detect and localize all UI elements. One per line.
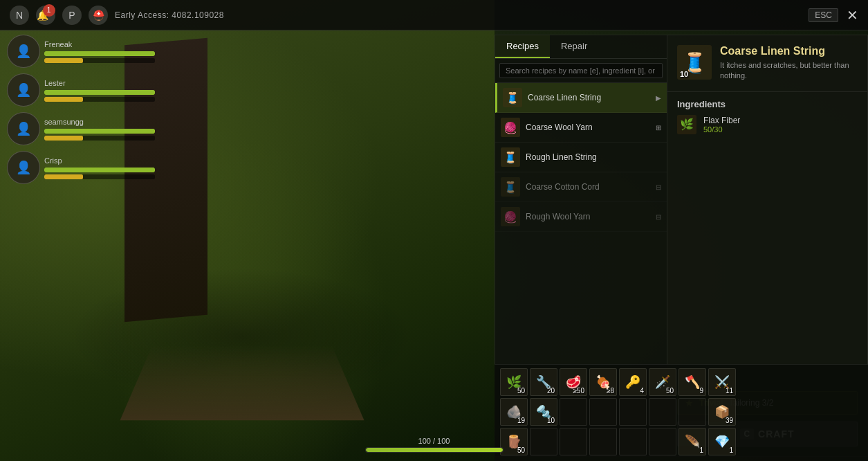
notification-icon[interactable]: 🔔 1 (36, 6, 55, 25)
inv-slot-2-1[interactable] (530, 428, 557, 455)
inv-slot-1-7[interactable]: 📦39 (708, 398, 736, 426)
inv-slot-2-2[interactable] (560, 428, 587, 455)
inv-slot-2-0[interactable]: 🪵50 (500, 428, 528, 455)
bottom-stamina-bar-container: 100 / 100 (365, 437, 504, 453)
inv-count-2-6: 1 (699, 446, 703, 454)
recipe-item-rough-wool-yarn[interactable]: 🧶 Rough Wool Yarn ⊟ (495, 202, 667, 232)
inv-slot-1-2[interactable] (560, 398, 587, 426)
inv-count-2-7: 1 (729, 446, 733, 454)
inv-slot-1-6[interactable] (678, 398, 706, 426)
recipe-badge-4: ⊟ (656, 213, 661, 221)
esc-button[interactable]: ESC (809, 8, 838, 22)
stamina-fill (366, 448, 503, 452)
stamina-bar-freneak (44, 58, 155, 63)
player-avatar-crisp: 👤 (7, 151, 40, 184)
recipe-item-coarse-cotton-cord[interactable]: 🧵 Coarse Cotton Cord ⊟ (495, 172, 667, 202)
inv-count-0-6: 9 (699, 387, 703, 395)
ingredient-icon-0: 🌿 (677, 115, 696, 134)
recipe-icon-3: 🧵 (501, 177, 520, 197)
inv-slot-2-5[interactable] (649, 428, 676, 455)
recipe-item-coarse-linen-string[interactable]: 🧵 Coarse Linen String ▶ (495, 83, 667, 113)
inv-slot-1-3[interactable] (589, 398, 617, 426)
recipe-badge-0: ▶ (656, 94, 661, 102)
inv-slot-1-4[interactable] (619, 398, 647, 426)
inv-slot-0-4[interactable]: 🔑4 (619, 368, 647, 396)
inv-count-0-4: 4 (640, 387, 644, 395)
player-entry-crisp: 👤 Crisp (7, 151, 155, 184)
inv-slot-2-4[interactable] (619, 428, 647, 455)
tab-repair[interactable]: Repair (550, 35, 598, 58)
stamina-fill-lester (44, 97, 83, 102)
inv-count-1-7: 39 (726, 417, 733, 424)
inv-slot-2-6[interactable]: 🪶1 (678, 428, 706, 455)
detail-item-desc: It itches and scratches, but better than… (720, 60, 858, 82)
detail-item-icon: 🧵 10 (677, 45, 712, 80)
detail-item-title: Coarse Linen String (720, 45, 858, 57)
ingredients-label: Ingredients (677, 99, 858, 109)
inventory-row-0: 🌿50 🔧20 🥩≥50 🍖≥8 🔑4 🗡️50 🪓9 ⚔️11 (500, 368, 862, 396)
recipe-tabs: Recipes Repair (495, 35, 667, 59)
recipe-name-1: Coarse Wool Yarn (526, 123, 650, 132)
inv-slot-0-0[interactable]: 🌿50 (500, 368, 528, 396)
recipe-search-container (495, 59, 667, 83)
inv-slot-2-3[interactable] (589, 428, 617, 455)
inv-count-0-0: 50 (517, 387, 525, 395)
ingredients-section: Ingredients 🌿 Flax Fiber 50/30 (667, 92, 867, 391)
inv-count-2-0: 50 (517, 446, 525, 454)
helm-icon: ⛑️ (89, 6, 108, 25)
inv-slot-0-2[interactable]: 🥩≥50 (560, 368, 587, 396)
health-bar-lester (44, 90, 155, 95)
stamina-bar (365, 447, 504, 453)
close-button[interactable]: ✕ (847, 8, 858, 22)
player-bars-crisp: Crisp (44, 156, 155, 179)
inv-slot-0-3[interactable]: 🍖≥8 (589, 368, 617, 396)
notification-badge: 1 (43, 4, 55, 17)
inv-slot-0-6[interactable]: 🪓9 (678, 368, 706, 396)
ingredient-count-0: 50/30 (703, 125, 858, 134)
health-bar-seamsungg (44, 129, 155, 134)
stamina-bar-seamsungg (44, 136, 155, 141)
stamina-fill-freneak (44, 58, 83, 63)
player-avatar-freneak: 👤 (7, 35, 40, 68)
inv-slot-0-7[interactable]: ⚔️11 (708, 368, 736, 396)
health-fill-lester (44, 90, 155, 95)
inv-slot-1-1[interactable]: 🔩10 (530, 398, 557, 426)
inv-count-1-0: 19 (517, 417, 525, 424)
top-bar-right: ESC ✕ (809, 8, 858, 22)
detail-item-count: 10 (680, 70, 688, 78)
recipe-item-rough-linen-string[interactable]: 🧵 Rough Linen String (495, 143, 667, 172)
inv-slot-1-5[interactable] (649, 398, 676, 426)
player-entry-lester: 👤 Lester (7, 73, 155, 107)
player-name-crisp: Crisp (44, 156, 155, 165)
inv-slot-0-1[interactable]: 🔧20 (530, 368, 557, 396)
recipe-badge-3: ⊟ (656, 183, 661, 191)
top-bar-left: N 🔔 1 P ⛑️ Early Access: 4082.109028 (10, 6, 224, 25)
inv-slot-2-7[interactable]: 💎1 (708, 428, 736, 455)
player-entry-freneak: 👤 Freneak (7, 35, 155, 68)
recipe-badges-1: ⊞ (656, 124, 661, 132)
recipe-icon-4: 🧶 (501, 207, 520, 226)
inventory-row-2: 🪵50 🪶1 💎1 (500, 428, 862, 455)
recipe-name-2: Rough Linen String (526, 152, 656, 162)
recipe-item-coarse-wool-yarn[interactable]: 🧶 Coarse Wool Yarn ⊞ (495, 113, 667, 143)
tab-recipes[interactable]: Recipes (495, 35, 550, 58)
inv-count-0-1: 20 (547, 387, 555, 395)
stamina-text: 100 / 100 (365, 437, 504, 445)
inventory-row-1: 🪨19 🔩10 📦39 (500, 398, 862, 426)
stamina-bar-crisp (44, 174, 155, 179)
recipe-search-input[interactable] (499, 63, 663, 78)
path-element (120, 347, 364, 420)
detail-item-info: Coarse Linen String It itches and scratc… (720, 45, 858, 82)
player-name-seamsungg: seamsungg (44, 118, 155, 126)
detail-header: 🧵 10 Coarse Linen String It itches and s… (667, 35, 867, 92)
inv-slot-0-5[interactable]: 🗡️50 (649, 368, 676, 396)
health-bar-freneak (44, 51, 155, 56)
ingredient-info-0: Flax Fiber 50/30 (703, 116, 858, 134)
inv-count-0-3: ≥8 (607, 387, 614, 395)
health-fill-freneak (44, 51, 155, 56)
inv-slot-1-0[interactable]: 🪨19 (500, 398, 528, 426)
players-panel: 👤 Freneak 👤 Lester 👤 seamsungg (7, 35, 155, 184)
recipe-badges-3: ⊟ (656, 183, 661, 191)
player-name-freneak: Freneak (44, 40, 155, 48)
stamina-bar-lester (44, 97, 155, 102)
